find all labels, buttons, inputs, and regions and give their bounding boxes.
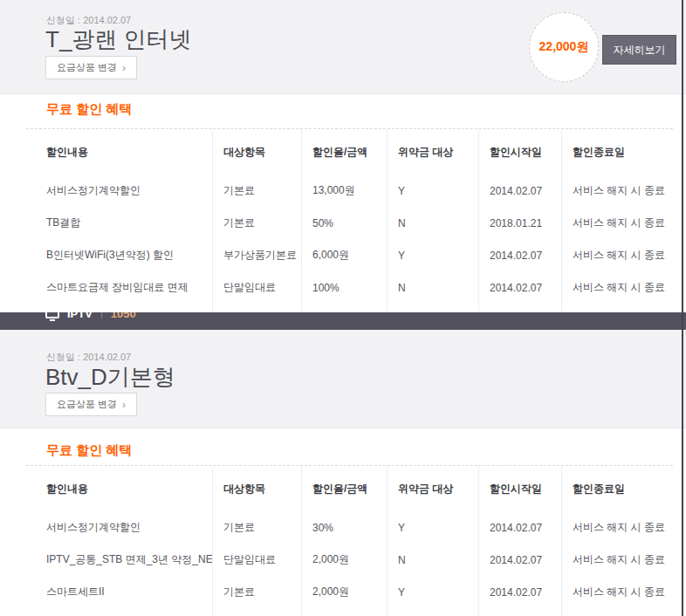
free-benefit-heading: 무료 할인 혜택	[46, 442, 132, 459]
table-row: TB결합기본료50%N2018.01.21서비스 해지 시 종료	[26, 207, 673, 239]
table-cell: B인터넷WiFi(3년약정) 할인	[26, 239, 212, 271]
table-cell: 부가상품기본료	[212, 239, 301, 271]
table-cell: N	[387, 544, 478, 576]
discount-table: 할인내용대상항목할인율/금액위약금 대상할인시작일할인종료일서비스정기계약할인기…	[26, 465, 673, 616]
spacer-cell	[212, 304, 301, 312]
table-cell: 서비스정기계약할인	[26, 175, 212, 207]
spacer-cell	[301, 304, 387, 312]
table-row: 스마트세트II기본료2,000원Y2014.02.07서비스 해지 시 종료	[26, 576, 673, 608]
header-cell: 할인율/금액	[301, 129, 387, 175]
table-cell: 6,000원	[301, 239, 387, 271]
table-cell: Y	[387, 175, 478, 207]
plan-title: Btv_D기본형	[45, 362, 175, 393]
spacer-cell	[561, 304, 673, 312]
plan-title: T_광랜 인터넷	[45, 24, 192, 55]
header-cell: 할인종료일	[561, 129, 673, 175]
iptv-label: IPTV	[67, 312, 93, 320]
monthly-price-value: 22,000원	[539, 39, 589, 55]
table-cell: 단말임대료	[212, 271, 301, 304]
table-cell: 50%	[301, 207, 387, 239]
spacer-cell	[478, 304, 561, 312]
change-plan-label: 요금상품 변경	[57, 61, 117, 74]
table-row: 스마트요금제 장비임대료 면제단말임대료100%N2014.02.07서비스 해…	[26, 271, 673, 304]
table-header-row: 할인내용대상항목할인율/금액위약금 대상할인시작일할인종료일	[26, 129, 673, 175]
spacer-cell	[387, 608, 478, 616]
spacer-cell	[478, 608, 561, 616]
discount-table: 할인내용대상항목할인율/금액위약금 대상할인시작일할인종료일서비스정기계약할인기…	[26, 128, 673, 312]
table-cell: 서비스정기계약할인	[26, 511, 212, 544]
spacer-cell	[26, 304, 212, 312]
table-cell: 2014.02.07	[478, 239, 561, 271]
table-cell: 2014.02.07	[478, 175, 561, 207]
table-row: 서비스정기계약할인기본료30%Y2014.02.07서비스 해지 시 종료	[26, 511, 673, 544]
spacer-cell	[387, 304, 478, 312]
table-cell: 2,000원	[301, 544, 387, 576]
internet-plan-header: 신청일 : 2014.02.07 T_광랜 인터넷 요금상품 변경 › 22,0…	[0, 0, 686, 94]
header-cell: 대상항목	[212, 129, 301, 175]
table-cell: 스마트세트II	[26, 576, 212, 608]
monthly-price-badge: 22,000원	[529, 12, 599, 82]
table-cell: Y	[387, 511, 478, 544]
iptv-channel-count: 1050	[111, 312, 136, 320]
table-row: 서비스정기계약할인기본료13,000원Y2014.02.07서비스 해지 시 종…	[26, 175, 673, 207]
header-cell: 위약금 대상	[387, 466, 478, 511]
table-cell: 서비스 해지 시 종료	[561, 544, 673, 576]
header-cell: 할인시작일	[478, 129, 561, 175]
table-cell: 기본료	[212, 175, 301, 207]
table-cell: 서비스 해지 시 종료	[561, 207, 673, 239]
table-cell: Y	[387, 576, 478, 608]
table-cell: 스마트요금제 장비임대료 면제	[26, 271, 212, 304]
detail-view-button[interactable]: 자세히보기	[602, 35, 676, 65]
header-cell: 할인시작일	[478, 466, 561, 511]
table-cell: 2014.02.07	[478, 544, 561, 576]
change-plan-button[interactable]: 요금상품 변경 ›	[45, 393, 137, 416]
table-cell: 2014.02.07	[478, 576, 561, 608]
change-plan-button[interactable]: 요금상품 변경 ›	[45, 56, 137, 79]
table-cell: 서비스 해지 시 종료	[561, 175, 673, 207]
table-cell: 서비스 해지 시 종료	[561, 271, 673, 304]
table-cell: N	[387, 207, 478, 239]
header-cell: 할인율/금액	[301, 466, 387, 511]
table-cell: 13,000원	[301, 175, 387, 207]
table-cell: 기본료	[212, 511, 301, 544]
tv-icon	[45, 312, 59, 318]
bar-separator: |	[100, 312, 103, 318]
spacer-cell	[212, 608, 301, 616]
table-cell: 2,000원	[301, 576, 387, 608]
table-spacer-row	[26, 304, 673, 312]
table-cell: 30%	[301, 511, 387, 544]
table-cell: N	[387, 271, 478, 304]
chevron-right-icon: ›	[122, 63, 126, 73]
iptv-bar-content: IPTV | 1050	[0, 312, 686, 324]
table-cell: 2014.02.07	[478, 511, 561, 544]
change-plan-label: 요금상품 변경	[57, 398, 117, 411]
header-cell: 대상항목	[212, 466, 301, 511]
spacer-cell	[301, 608, 387, 616]
header-cell: 할인내용	[26, 466, 212, 511]
table-cell: 기본료	[212, 207, 301, 239]
header-cell: 할인내용	[26, 129, 212, 175]
table-cell: 서비스 해지 시 종료	[561, 576, 673, 608]
table-header-row: 할인내용대상항목할인율/금액위약금 대상할인시작일할인종료일	[26, 466, 673, 511]
table-cell: TB결합	[26, 207, 212, 239]
table-cell: 100%	[301, 271, 387, 304]
table-cell: 2018.01.21	[478, 207, 561, 239]
table-cell: 2014.02.07	[478, 271, 561, 304]
table-cell: Y	[387, 239, 478, 271]
iptv-plan-header: 신청일 : 2014.02.07 Btv_D기본형 요금상품 변경 ›	[0, 330, 686, 428]
spacer-cell	[561, 608, 673, 616]
window-edge-line	[682, 0, 683, 616]
chevron-right-icon: ›	[122, 400, 126, 410]
iptv-section-bar: IPTV | 1050	[0, 312, 686, 330]
table-cell: 서비스 해지 시 종료	[561, 511, 673, 544]
table-row: B인터넷WiFi(3년약정) 할인부가상품기본료6,000원Y2014.02.0…	[26, 239, 673, 271]
table-spacer-row	[26, 608, 673, 616]
table-cell: 기본료	[212, 576, 301, 608]
spacer-cell	[26, 608, 212, 616]
table-cell: IPTV_공통_STB 면제_3년 약정_NEW	[26, 544, 212, 576]
header-cell: 할인종료일	[561, 466, 673, 511]
header-cell: 위약금 대상	[387, 129, 478, 175]
table-cell: 단말임대료	[212, 544, 301, 576]
free-benefit-heading: 무료 할인 혜택	[46, 101, 132, 118]
table-cell: 서비스 해지 시 종료	[561, 239, 673, 271]
